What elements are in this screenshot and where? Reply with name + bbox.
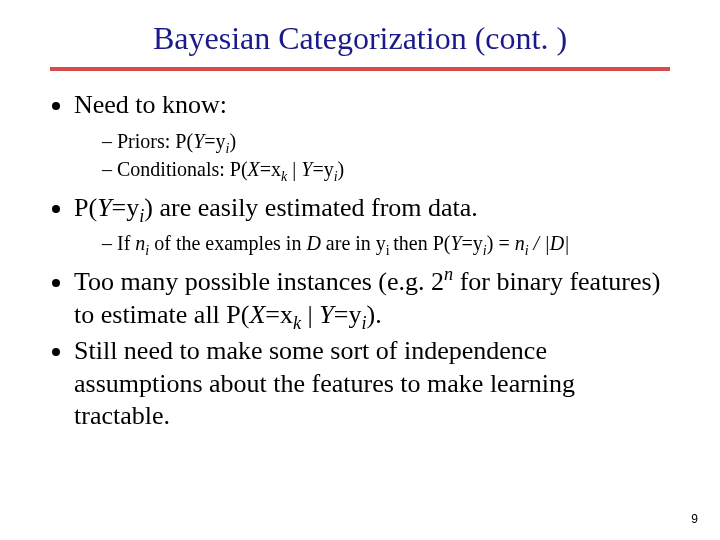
var-Y: Y [97, 193, 111, 222]
text: ) are easily estimated from data. [144, 193, 478, 222]
text: / | [529, 232, 550, 254]
sub-list-2: If ni of the examples in D are in yi the… [74, 230, 670, 256]
var-X: X [249, 300, 265, 329]
text: =y [462, 232, 483, 254]
bullet-estimated: P(Y=yi) are easily estimated from data. … [74, 192, 670, 257]
var-Y: Y [319, 300, 333, 329]
var-Y: Y [450, 232, 461, 254]
sub-conditionals: Conditionals: P(X=xk | Y=yi) [102, 156, 670, 182]
text: =y [204, 130, 225, 152]
text: Need to know: [74, 90, 227, 119]
bullet-too-many: Too many possible instances (e.g. 2n for… [74, 266, 670, 331]
text: of the examples in [149, 232, 306, 254]
var-n: n [515, 232, 525, 254]
text: If [117, 232, 135, 254]
var-D: D [550, 232, 564, 254]
slide-container: Bayesian Categorization (cont. ) Need to… [0, 0, 720, 540]
text: =x [260, 158, 281, 180]
text: Priors: P( [117, 130, 193, 152]
text: =y [312, 158, 333, 180]
bullet-list: Need to know: Priors: P(Y=yi) Conditiona… [50, 89, 670, 433]
text: ) [229, 130, 236, 152]
text: =x [265, 300, 293, 329]
title-underline [50, 67, 670, 71]
sub-k: k [293, 313, 301, 333]
text: P( [74, 193, 97, 222]
text: are in y [321, 232, 386, 254]
sup-n: n [444, 264, 453, 284]
text: ). [367, 300, 382, 329]
sub-if-ni: If ni of the examples in D are in yi the… [102, 230, 670, 256]
page-number: 9 [691, 512, 698, 526]
text: ) [338, 158, 345, 180]
var-X: X [248, 158, 260, 180]
var-Y: Y [193, 130, 204, 152]
text: Conditionals: P( [117, 158, 248, 180]
bullet-need-to-know: Need to know: Priors: P(Y=yi) Conditiona… [74, 89, 670, 182]
text: | [564, 232, 570, 254]
bullet-independence: Still need to make some sort of independ… [74, 335, 670, 433]
text: Still need to make some sort of independ… [74, 336, 575, 430]
var-n: n [135, 232, 145, 254]
var-D: D [306, 232, 320, 254]
text: then P( [393, 232, 450, 254]
text: ) = [487, 232, 515, 254]
text: =y [112, 193, 140, 222]
slide-title: Bayesian Categorization (cont. ) [50, 20, 670, 57]
text: Too many possible instances (e.g. 2 [74, 267, 444, 296]
text: | [301, 300, 319, 329]
text: =y [334, 300, 362, 329]
sub-list-1: Priors: P(Y=yi) Conditionals: P(X=xk | Y… [74, 128, 670, 182]
var-Y: Y [301, 158, 312, 180]
text: | [287, 158, 301, 180]
sub-priors: Priors: P(Y=yi) [102, 128, 670, 154]
